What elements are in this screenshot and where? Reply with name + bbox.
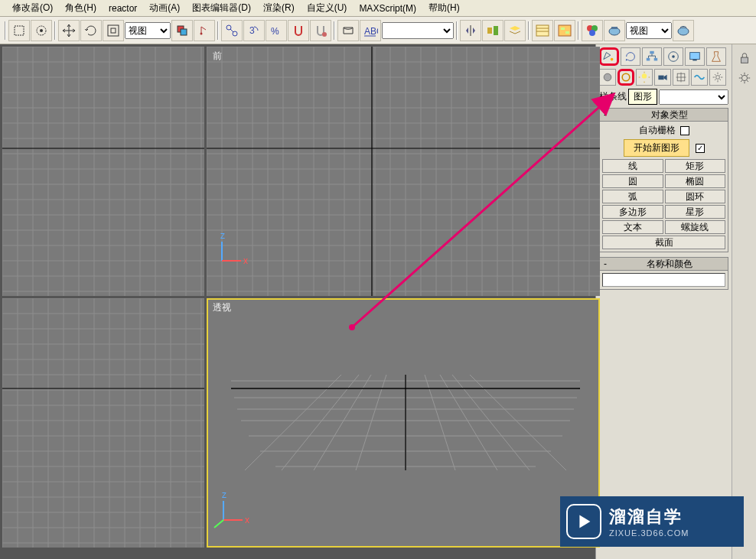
select-link-button[interactable] [221,20,243,41]
svg-rect-17 [494,26,498,35]
shapes-subtab[interactable] [618,69,634,86]
viewport-perspective[interactable]: 透视 [207,298,600,548]
utilities-tab[interactable] [706,47,726,66]
auto-grid-checkbox[interactable] [680,126,689,135]
move-button[interactable] [58,20,80,41]
angle-snap-button[interactable]: 3 [243,20,265,41]
scale-button[interactable] [103,20,124,41]
render-view-select[interactable]: 视图 [626,22,672,39]
mirror-button[interactable] [460,20,481,41]
svg-text:x: x [245,515,249,525]
svg-rect-0 [15,26,24,35]
svg-rect-16 [487,28,492,34]
viewport-bottom-left[interactable] [2,298,204,548]
menu-customize[interactable]: 自定义(U) [301,0,354,16]
menu-animation[interactable]: 动画(A) [143,0,186,16]
render-scene-button[interactable] [604,20,625,41]
layer-manager-button[interactable] [504,20,526,41]
star-button[interactable]: 星形 [665,205,726,219]
rollout-collapse-icon: - [600,109,611,120]
menu-reactor[interactable]: reactor [103,2,143,15]
ngon-button[interactable]: 多边形 [602,205,663,219]
spacewarps-subtab[interactable] [691,69,708,86]
svg-text:z: z [220,230,225,241]
named-sets-button[interactable] [337,20,359,41]
percent-snap-button[interactable]: % [266,20,287,41]
lights-subtab[interactable] [636,69,653,86]
menu-render[interactable]: 渲染(R) [257,0,301,16]
start-shape-checkbox[interactable] [696,144,705,153]
snap-options-button[interactable] [310,20,331,41]
systems-subtab[interactable] [709,69,726,86]
selection-circle-button[interactable] [31,20,52,41]
quick-render-button[interactable] [673,20,694,41]
svg-point-13 [322,32,327,37]
viewport-front[interactable]: 前 z x [207,47,600,296]
svg-point-7 [200,32,203,34]
circle-button[interactable]: 圆 [602,174,663,188]
toolbar-separator [217,21,219,40]
menu-help[interactable]: 帮助(H) [422,0,466,16]
motion-tab[interactable] [663,47,683,66]
menu-maxscript[interactable]: MAXScript(M) [353,2,422,15]
edit-named-button[interactable]: ABC [360,20,381,41]
svg-rect-21 [559,25,571,36]
material-editor-button[interactable] [582,20,603,41]
rectangle-button[interactable]: 矩形 [665,159,726,173]
modify-tab[interactable] [621,47,640,66]
shape-category-select[interactable] [659,89,728,105]
rotate-button[interactable] [80,20,102,41]
strip-gear-icon[interactable] [735,69,754,87]
section-button[interactable]: 截面 [602,236,725,249]
toolbar-separator [578,21,579,40]
geometry-subtab[interactable] [599,69,616,86]
hierarchy-tab[interactable] [642,47,662,66]
object-name-input[interactable] [602,273,725,287]
helix-button[interactable]: 螺旋线 [665,220,726,234]
snap-toggle-button[interactable] [288,20,309,41]
main-toolbar: 视图 3 % ABC 视图 [0,17,756,44]
rollout-header[interactable]: - 对象类型 [599,108,728,122]
toolbar-separator [334,21,335,40]
text-button[interactable]: 文本 [602,220,663,234]
svg-text:3: 3 [249,25,255,36]
svg-text:x: x [243,255,248,266]
display-tab[interactable] [685,47,705,66]
ref-coord-select[interactable]: 视图 [125,22,171,39]
create-tab[interactable] [599,47,619,66]
helpers-subtab[interactable] [673,69,689,86]
svg-text:%: % [271,26,279,37]
menu-modifier[interactable]: 修改器(O) [6,0,59,16]
selection-region-button[interactable] [8,20,30,41]
rollout-header[interactable]: - 名称和颜色 [599,257,728,271]
transform-gizmo-button[interactable] [194,20,215,41]
schematic-view-button[interactable] [554,20,575,41]
rollout-title: 名称和颜色 [611,258,728,271]
shape-category-label: 样条线 [599,90,627,103]
menu-editors[interactable]: 图表编辑器(D) [186,0,257,16]
side-strip [732,44,756,559]
svg-rect-3 [111,28,116,33]
grid-icon [2,47,204,296]
svg-rect-151 [654,58,658,61]
watermark-sub: ZIXUE.3D66.COM [609,528,689,538]
svg-point-158 [642,73,647,78]
donut-button[interactable]: 圆环 [665,190,726,203]
cameras-subtab[interactable] [654,69,671,86]
object-buttons: 线 矩形 圆 椭圆 弧 圆环 多边形 星形 文本 螺旋线 截面 [602,159,725,249]
line-button[interactable]: 线 [602,159,663,173]
arc-button[interactable]: 弧 [602,190,663,203]
use-center-button[interactable] [171,20,193,41]
viewport-label: 前 [213,50,222,63]
auto-grid-label: 自动栅格 [639,124,676,137]
strip-lock-icon[interactable] [735,49,754,67]
curve-editor-button[interactable] [532,20,553,41]
align-button[interactable] [482,20,503,41]
shape-category-row: 样条线 图形 [599,89,728,105]
menu-character[interactable]: 角色(H) [59,0,103,16]
named-selection-select[interactable] [382,22,454,39]
toolbar-separator [5,21,6,40]
svg-point-157 [622,73,630,81]
viewport-top-left[interactable] [2,47,204,296]
ellipse-button[interactable]: 椭圆 [665,174,726,188]
